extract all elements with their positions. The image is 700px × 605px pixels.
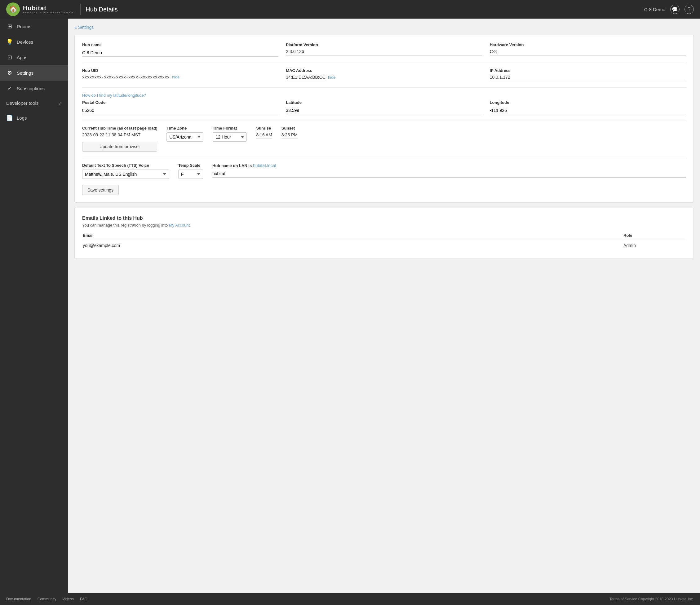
lan-name-input[interactable]: [212, 170, 686, 178]
hub-uid-label: Hub UID: [82, 68, 278, 73]
divider-2: [82, 87, 686, 88]
update-from-browser-button[interactable]: Update from browser: [82, 142, 157, 152]
hubitat-logo-icon: 🏠: [6, 2, 20, 16]
lan-name-header: Hub name on LAN is hubitat.local: [212, 163, 686, 168]
emails-card: Emails Linked to this Hub You can manage…: [74, 208, 694, 259]
form-row-3: How do I find my latitude/longitude? Pos…: [82, 93, 686, 115]
sidebar-item-subscriptions[interactable]: ✓ Subscriptions: [0, 81, 68, 96]
lan-name-group: Hub name on LAN is hubitat.local: [212, 163, 686, 178]
emails-title: Emails Linked to this Hub: [82, 216, 686, 221]
save-settings-button[interactable]: Save settings: [82, 185, 119, 195]
footer-tos[interactable]: Terms of Service: [609, 597, 637, 601]
time-format-select[interactable]: 12 Hour 24 Hour: [212, 132, 247, 142]
developer-tools-label: Developer tools: [6, 100, 39, 106]
lat-help-area: How do I find my latitude/longitude?: [82, 93, 686, 98]
hub-details-card: Hub name Platform Version 2.3.6.136 Hard…: [74, 35, 694, 203]
logs-icon: 📄: [6, 115, 13, 121]
sidebar-item-apps[interactable]: ⊡ Apps: [0, 50, 68, 65]
sidebar-item-rooms[interactable]: ⊞ Rooms: [0, 19, 68, 34]
current-time-group: Current Hub Time (as of last page load) …: [82, 126, 157, 152]
my-account-link[interactable]: My Account: [169, 223, 190, 227]
tts-row: Default Text To Speech (TTS) Voice Matth…: [82, 163, 686, 179]
footer-documentation[interactable]: Documentation: [6, 597, 31, 601]
layout: ⊞ Rooms 💡 Devices ⊡ Apps ⚙ Settings ✓ Su…: [0, 19, 700, 593]
tts-label: Default Text To Speech (TTS) Voice: [82, 163, 169, 168]
apps-icon: ⊡: [6, 54, 13, 61]
latitude-label: Latitude: [286, 100, 482, 105]
divider-3: [82, 121, 686, 121]
top-header: 🏠 Hubitat ELEVATE YOUR ENVIRONMENT Hub D…: [0, 0, 700, 19]
expand-icon: ⤢: [58, 101, 62, 106]
header-right: C-8 Demo 💬 ?: [644, 5, 694, 14]
longitude-input[interactable]: [490, 107, 686, 115]
platform-version-group: Platform Version 2.3.6.136: [286, 43, 482, 57]
hub-uid-value: xxxxxxxx-xxxx-xxxx-xxxx-xxxxxxxxxxxx: [82, 75, 170, 81]
current-time-value: 2023-09-22 11:38:04 PM MST: [82, 132, 157, 137]
sidebar-label-logs: Logs: [17, 115, 62, 121]
sunset-value: 8:25 PM: [281, 132, 298, 139]
mac-address-value: 34:E1:D1:AA:BB:CC: [286, 75, 326, 81]
email-cell: you@example.com: [83, 241, 623, 250]
lan-label: Hub name on LAN is: [212, 163, 252, 168]
temp-scale-label: Temp Scale: [178, 163, 203, 168]
tts-group: Default Text To Speech (TTS) Voice Matth…: [82, 163, 169, 179]
hub-name-input[interactable]: [82, 49, 278, 57]
hardware-version-group: Hardware Version C-8: [490, 43, 686, 57]
logo-text: Hubitat ELEVATE YOUR ENVIRONMENT: [23, 5, 75, 14]
sidebar-developer-tools[interactable]: Developer tools ⤢: [0, 96, 68, 110]
temp-scale-group: Temp Scale F C: [178, 163, 203, 179]
postal-code-group: Postal Code: [82, 100, 278, 115]
hub-uid-group: Hub UID xxxxxxxx-xxxx-xxxx-xxxx-xxxxxxxx…: [82, 68, 278, 81]
lat-help-link[interactable]: How do I find my latitude/longitude?: [82, 93, 146, 98]
footer-community[interactable]: Community: [38, 597, 56, 601]
main-content: « Settings Hub name Platform Version 2.3…: [68, 19, 700, 593]
hub-name-label: Hub name: [82, 43, 278, 47]
emails-desc-text: You can manage this registration by logg…: [82, 223, 168, 227]
sidebar-label-settings: Settings: [17, 70, 62, 76]
sidebar-spacer: [0, 126, 68, 593]
sidebar-item-logs[interactable]: 📄 Logs: [0, 110, 68, 126]
lan-link[interactable]: hubitat.local: [253, 163, 276, 168]
hide-uid-link[interactable]: hide: [172, 75, 180, 79]
footer-faq[interactable]: FAQ: [80, 597, 88, 601]
chat-icon[interactable]: 💬: [670, 5, 679, 14]
back-link[interactable]: « Settings: [74, 25, 94, 30]
form-row-3-grid: Postal Code Latitude Longitude: [82, 100, 686, 115]
latitude-input[interactable]: [286, 107, 482, 115]
tts-select[interactable]: Matthew, Male, US English Joanna, Female…: [82, 170, 169, 179]
settings-icon: ⚙: [6, 70, 13, 76]
sunrise-label: Sunrise: [256, 126, 272, 130]
hub-name-header: C-8 Demo: [644, 7, 665, 12]
table-row: you@example.com Admin: [83, 241, 685, 250]
hide-mac-link[interactable]: hide: [328, 75, 336, 80]
time-format-group: Time Format 12 Hour 24 Hour: [212, 126, 247, 142]
sunset-label: Sunset: [281, 126, 298, 130]
footer-links: Documentation Community Videos FAQ: [6, 597, 88, 601]
mac-area: 34:E1:D1:AA:BB:CC hide: [286, 75, 482, 81]
brand-name: Hubitat: [23, 5, 75, 11]
postal-code-label: Postal Code: [82, 100, 278, 105]
platform-version-label: Platform Version: [286, 43, 482, 47]
longitude-group: Longitude: [490, 100, 686, 115]
ip-address-value: 10.0.1.172: [490, 75, 686, 81]
sunset-group: Sunset 8:25 PM: [281, 126, 298, 139]
longitude-label: Longitude: [490, 100, 686, 105]
page-footer: Documentation Community Videos FAQ Terms…: [0, 593, 700, 605]
sidebar-item-settings[interactable]: ⚙ Settings: [0, 65, 68, 81]
sidebar-label-devices: Devices: [17, 40, 62, 45]
footer-copyright: Copyright 2018-2023 Hubitat, Inc.: [638, 597, 694, 601]
timezone-label: Time Zone: [167, 126, 203, 130]
form-row-1: Hub name Platform Version 2.3.6.136 Hard…: [82, 43, 686, 57]
time-format-label: Time Format: [212, 126, 247, 130]
sidebar-item-devices[interactable]: 💡 Devices: [0, 34, 68, 50]
platform-version-value: 2.3.6.136: [286, 49, 482, 55]
timezone-select[interactable]: US/Arizona US/Eastern US/Central US/Moun…: [167, 132, 203, 142]
devices-icon: 💡: [6, 39, 13, 45]
mac-address-group: MAC Address 34:E1:D1:AA:BB:CC hide: [286, 68, 482, 81]
email-col-header: Email: [83, 233, 623, 240]
footer-videos[interactable]: Videos: [62, 597, 73, 601]
postal-code-input[interactable]: [82, 107, 278, 115]
temp-scale-select[interactable]: F C: [178, 170, 203, 179]
help-icon[interactable]: ?: [684, 5, 694, 14]
hardware-version-label: Hardware Version: [490, 43, 686, 47]
